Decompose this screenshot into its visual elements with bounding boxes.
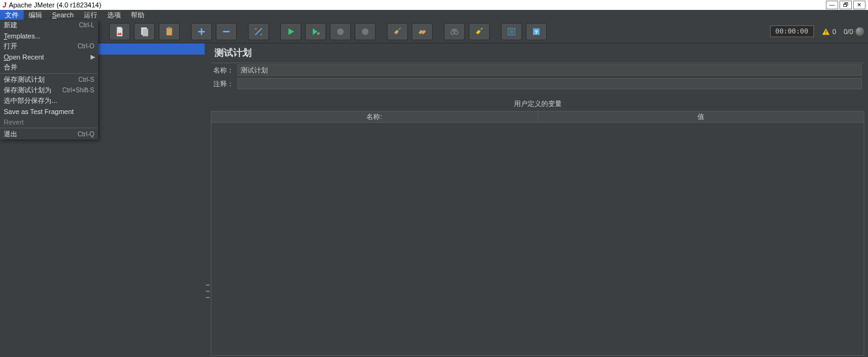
maximize-button[interactable]: 🗗 bbox=[839, 1, 852, 9]
remove-toolbar-button[interactable] bbox=[216, 23, 237, 40]
menu-separator bbox=[0, 128, 98, 128]
function-helper-toolbar-button[interactable] bbox=[501, 23, 522, 40]
status-lamp-icon bbox=[856, 27, 864, 36]
clipboard-icon bbox=[164, 26, 175, 37]
svg-point-6 bbox=[317, 32, 320, 35]
window-titlebar: J Apache JMeter (4.0 r1823414) — 🗗 ✕ bbox=[0, 0, 868, 10]
svg-point-4 bbox=[255, 28, 257, 30]
broom-all-icon bbox=[417, 26, 428, 37]
splitter-handle[interactable] bbox=[206, 282, 210, 301]
plus-icon bbox=[196, 26, 207, 37]
close-button[interactable]: ✕ bbox=[853, 1, 866, 9]
minus-icon bbox=[221, 26, 232, 37]
svg-rect-11 bbox=[452, 29, 457, 30]
file-menu-exit[interactable]: 退出Ctrl-Q bbox=[0, 129, 98, 139]
broom-yellow-icon bbox=[474, 26, 485, 37]
svg-rect-1 bbox=[143, 29, 148, 36]
broom-icon bbox=[392, 26, 403, 37]
menu-search[interactable]: Search bbox=[47, 10, 79, 20]
reset-search-toolbar-button[interactable] bbox=[469, 23, 490, 40]
clear-toolbar-button[interactable] bbox=[387, 23, 408, 40]
shutdown-icon bbox=[360, 26, 371, 37]
file-menu-templates[interactable]: Templates... bbox=[0, 30, 98, 41]
toolbar: ? 00:00:00 0 0/0 bbox=[98, 20, 868, 43]
file-icon bbox=[114, 26, 125, 37]
templates-toolbar-button[interactable] bbox=[134, 23, 155, 40]
wand-icon bbox=[253, 26, 264, 37]
svg-rect-3 bbox=[168, 27, 171, 29]
comment-input[interactable] bbox=[237, 78, 862, 89]
user-vars-col-name: 名称: bbox=[211, 112, 538, 122]
name-input[interactable] bbox=[237, 64, 862, 76]
svg-rect-2 bbox=[167, 28, 172, 35]
play-dot-icon bbox=[310, 26, 321, 37]
comment-label: 注释： bbox=[213, 79, 234, 89]
window-controls: — 🗗 ✕ bbox=[826, 1, 866, 9]
menu-file[interactable]: 文件 bbox=[0, 10, 24, 20]
thread-status: 0/0 bbox=[844, 27, 864, 36]
svg-point-8 bbox=[362, 28, 369, 35]
new-file-toolbar-button[interactable] bbox=[109, 23, 130, 40]
svg-rect-16 bbox=[825, 33, 826, 33]
user-vars-section-title: 用户定义的变量 bbox=[211, 97, 864, 111]
menu-options[interactable]: 选项 bbox=[102, 10, 126, 20]
menu-edit[interactable]: 编辑 bbox=[24, 10, 47, 20]
svg-point-5 bbox=[260, 33, 262, 35]
warning-icon bbox=[822, 27, 830, 36]
svg-point-7 bbox=[337, 28, 344, 35]
file-menu-new[interactable]: 新建Ctrl-L bbox=[0, 20, 98, 30]
add-toolbar-button[interactable] bbox=[191, 23, 212, 40]
menubar: 文件 编辑 Search 运行 选项 帮助 bbox=[0, 10, 868, 20]
templates-icon bbox=[139, 26, 150, 37]
file-menu-dropdown: 新建Ctrl-L Templates... 打开Ctrl-O Open Rece… bbox=[0, 20, 98, 139]
minimize-button[interactable]: — bbox=[826, 1, 838, 9]
file-menu-open-recent[interactable]: Open Recent▶ bbox=[0, 51, 98, 62]
svg-point-10 bbox=[454, 30, 458, 34]
file-menu-merge[interactable]: 合并 bbox=[0, 62, 98, 73]
stop-toolbar-button[interactable] bbox=[330, 23, 351, 40]
toggle-toolbar-button[interactable] bbox=[248, 23, 269, 40]
file-menu-save-as[interactable]: 保存测试计划为Ctrl+Shift-S bbox=[0, 85, 98, 95]
svg-rect-15 bbox=[825, 30, 826, 33]
menu-help[interactable]: 帮助 bbox=[126, 10, 149, 20]
svg-text:?: ? bbox=[534, 29, 538, 35]
user-vars-col-value: 值 bbox=[538, 112, 864, 122]
start-toolbar-button[interactable] bbox=[280, 23, 301, 40]
file-menu-save-as-test-fragment[interactable]: Save as Test Fragment bbox=[0, 106, 98, 117]
start-no-pause-toolbar-button[interactable] bbox=[305, 23, 326, 40]
search-toolbar-button[interactable] bbox=[444, 23, 465, 40]
help-icon: ? bbox=[531, 26, 542, 37]
file-menu-save[interactable]: 保存测试计划Ctrl-S bbox=[0, 74, 98, 85]
menu-run[interactable]: 运行 bbox=[79, 10, 102, 20]
clear-all-toolbar-button[interactable] bbox=[412, 23, 433, 40]
chevron-right-icon: ▶ bbox=[91, 53, 95, 60]
app-icon: J bbox=[2, 1, 6, 9]
elapsed-timer: 00:00:00 bbox=[770, 25, 814, 37]
svg-point-9 bbox=[451, 30, 454, 34]
file-menu-open[interactable]: 打开Ctrl-O bbox=[0, 41, 98, 51]
play-icon bbox=[285, 26, 296, 37]
list-icon bbox=[506, 26, 517, 37]
user-vars-table-header: 名称: 值 bbox=[211, 111, 864, 123]
warning-status: 0 bbox=[822, 27, 836, 36]
window-title: Apache JMeter (4.0 r1823414) bbox=[9, 1, 826, 9]
help-toolbar-button[interactable]: ? bbox=[526, 23, 547, 40]
menu-separator bbox=[0, 73, 98, 74]
stop-icon bbox=[335, 26, 346, 37]
file-menu-revert[interactable]: Revert bbox=[0, 117, 98, 127]
shutdown-toolbar-button[interactable] bbox=[355, 23, 376, 40]
file-menu-save-selection-as[interactable]: 选中部分保存为... bbox=[0, 95, 98, 106]
main-panel: 测试计划 名称： 注释： 用户定义的变量 名称: 值 bbox=[211, 43, 864, 356]
panel-title: 测试计划 bbox=[211, 43, 864, 63]
open-toolbar-button[interactable] bbox=[159, 23, 180, 40]
name-label: 名称： bbox=[213, 66, 234, 75]
user-vars-table-body[interactable] bbox=[211, 123, 864, 356]
binoculars-icon bbox=[449, 26, 460, 37]
